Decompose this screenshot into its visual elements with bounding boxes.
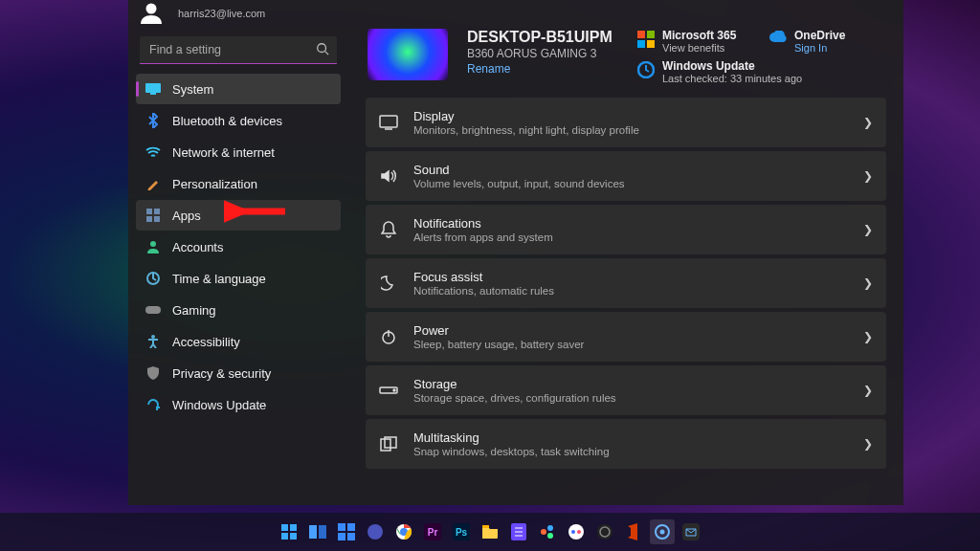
svg-rect-37 <box>347 533 355 540</box>
chevron-right-icon: ❯ <box>863 384 873 397</box>
svg-rect-15 <box>637 40 645 48</box>
setting-subtitle: Sleep, battery usage, battery saver <box>413 339 848 350</box>
drive-icon <box>379 381 398 400</box>
sidebar-item-label: Accessibility <box>172 335 240 349</box>
accessibility-icon <box>145 334 161 349</box>
svg-point-38 <box>368 524 383 540</box>
sidebar-item-label: Accounts <box>172 240 223 254</box>
sidebar-item-label: Personalization <box>172 177 257 191</box>
sidebar-item-accessibility[interactable]: Accessibility <box>136 326 341 357</box>
wifi-icon <box>145 144 161 160</box>
taskbar: PrPs <box>0 513 980 551</box>
rename-link[interactable]: Rename <box>467 62 618 76</box>
setting-sound[interactable]: SoundVolume levels, output, input, sound… <box>366 151 886 201</box>
clock-globe-icon <box>145 271 161 286</box>
setting-subtitle: Volume levels, output, input, sound devi… <box>413 178 848 189</box>
setting-title: Power <box>413 323 848 338</box>
sidebar-item-network-internet[interactable]: Network & internet <box>136 137 341 167</box>
taskbar-widgets-icon[interactable] <box>334 519 359 544</box>
svg-rect-33 <box>319 525 326 539</box>
sidebar-item-label: Time & language <box>172 272 266 286</box>
svg-point-1 <box>318 44 326 53</box>
setting-subtitle: Alerts from apps and system <box>413 231 848 243</box>
ms365-icon <box>637 31 655 48</box>
sidebar: SystemBluetooth & devicesNetwork & inter… <box>128 27 348 505</box>
setting-subtitle: Storage space, drives, configuration rul… <box>413 392 848 404</box>
sidebar-item-accounts[interactable]: Accounts <box>136 231 341 262</box>
sidebar-item-label: Bluetooth & devices <box>172 114 282 128</box>
sidebar-item-system[interactable]: System <box>136 74 341 104</box>
sidebar-item-bluetooth-devices[interactable]: Bluetooth & devices <box>136 105 341 136</box>
svg-rect-18 <box>380 116 397 127</box>
avatar[interactable] <box>138 4 172 23</box>
taskbar-office-icon[interactable] <box>621 519 646 544</box>
sidebar-item-label: System <box>172 82 213 97</box>
svg-point-51 <box>547 525 553 531</box>
taskbar-settings-icon[interactable] <box>650 519 675 544</box>
setting-multitasking[interactable]: MultitaskingSnap windows, desktops, task… <box>366 419 886 469</box>
taskbar-teams-icon[interactable] <box>363 519 388 544</box>
monitor-icon <box>145 81 161 97</box>
sidebar-item-label: Windows Update <box>172 398 266 412</box>
setting-subtitle: Notifications, automatic rules <box>413 285 848 297</box>
device-name: DESKTOP-B51UIPM <box>467 29 618 46</box>
power-icon <box>379 327 398 346</box>
sidebar-item-personalization[interactable]: Personalization <box>136 168 341 199</box>
update-icon <box>637 61 655 78</box>
svg-point-12 <box>151 335 155 339</box>
chevron-right-icon: ❯ <box>863 437 873 451</box>
svg-rect-8 <box>154 216 160 222</box>
setting-title: Multitasking <box>413 430 848 445</box>
main-panel: DESKTOP-B51UIPM B360 AORUS GAMING 3 Rena… <box>348 27 903 505</box>
taskbar-vscode-icon[interactable] <box>535 519 560 544</box>
setting-power[interactable]: PowerSleep, battery usage, battery saver… <box>366 312 886 362</box>
taskbar-discord-icon[interactable] <box>564 519 589 544</box>
sidebar-item-privacy-security[interactable]: Privacy & security <box>136 358 341 388</box>
setting-storage[interactable]: StorageStorage space, drives, configurat… <box>366 365 886 415</box>
update-icon <box>145 397 161 412</box>
chevron-right-icon: ❯ <box>863 223 873 236</box>
taskbar-mail-icon[interactable] <box>679 519 703 544</box>
svg-point-59 <box>660 530 665 535</box>
taskbar-notes-icon[interactable] <box>506 519 531 544</box>
setting-display[interactable]: DisplayMonitors, brightness, night light… <box>366 98 886 147</box>
svg-point-23 <box>393 389 395 391</box>
svg-rect-28 <box>281 524 288 531</box>
sidebar-item-apps[interactable]: Apps <box>136 200 341 231</box>
taskbar-obs-icon[interactable] <box>592 519 617 544</box>
taskbar-explorer-icon[interactable] <box>478 519 502 544</box>
setting-title: Focus assist <box>413 270 848 284</box>
sidebar-item-time-language[interactable]: Time & language <box>136 263 341 294</box>
svg-rect-34 <box>338 523 345 531</box>
taskbar-photoshop-icon[interactable]: Ps <box>449 519 474 544</box>
svg-rect-36 <box>338 533 345 540</box>
svg-rect-13 <box>637 31 645 38</box>
sound-icon <box>379 166 398 186</box>
svg-point-50 <box>541 529 546 535</box>
taskbar-start-icon[interactable] <box>277 519 301 544</box>
brush-icon <box>145 176 161 191</box>
promo-onedrive[interactable]: OneDriveSign In <box>769 29 886 54</box>
search-input[interactable] <box>140 36 337 64</box>
sidebar-item-label: Apps <box>172 209 201 223</box>
taskbar-chrome-icon[interactable] <box>391 519 416 544</box>
setting-notifications[interactable]: NotificationsAlerts from apps and system… <box>366 205 886 254</box>
moon-icon <box>379 274 398 293</box>
sidebar-item-windows-update[interactable]: Windows Update <box>136 389 341 420</box>
svg-point-9 <box>150 241 156 247</box>
taskbar-task-view-icon[interactable] <box>305 519 330 544</box>
window-titlebar: harris23@live.com <box>128 0 903 27</box>
svg-point-55 <box>577 530 581 534</box>
promo-windows-update[interactable]: Windows UpdateLast checked: 33 minutes a… <box>637 59 886 84</box>
svg-point-0 <box>146 4 157 14</box>
shield-icon <box>145 365 161 381</box>
svg-rect-16 <box>647 40 655 48</box>
setting-title: Storage <box>413 377 848 391</box>
taskbar-premiere-icon[interactable]: Pr <box>420 519 445 544</box>
grid-icon <box>145 208 161 223</box>
setting-title: Display <box>413 109 848 123</box>
user-email: harris23@live.com <box>178 8 265 19</box>
setting-focus-assist[interactable]: Focus assistNotifications, automatic rul… <box>366 258 886 308</box>
promo-ms365[interactable]: Microsoft 365View benefits <box>637 29 754 54</box>
sidebar-item-gaming[interactable]: Gaming <box>136 295 341 325</box>
